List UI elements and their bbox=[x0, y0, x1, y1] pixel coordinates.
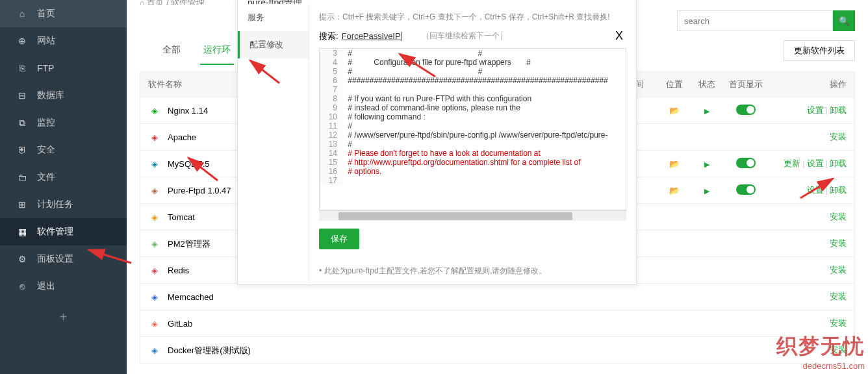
software-icon: ◈ bbox=[148, 184, 161, 197]
software-icon: ◈ bbox=[148, 290, 161, 303]
play-icon[interactable]: ▶ bbox=[704, 187, 709, 195]
sidebar-item-label: FTP bbox=[37, 63, 54, 73]
update-list-button[interactable]: 更新软件列表 bbox=[784, 40, 855, 61]
op-link[interactable]: 更新 bbox=[784, 158, 800, 168]
sidebar-item-label: 文件 bbox=[37, 171, 55, 183]
op-link[interactable]: 安装 bbox=[830, 238, 847, 248]
search-button[interactable]: 🔍 bbox=[833, 10, 855, 31]
op-link[interactable]: 安装 bbox=[830, 318, 847, 328]
op-cell: 安装 bbox=[769, 131, 847, 143]
op-cell: 安装 bbox=[769, 291, 847, 303]
op-cell: 安装 bbox=[769, 211, 847, 223]
calendar-icon: ⊞ bbox=[16, 199, 28, 210]
editor-line: 5 # # bbox=[320, 67, 626, 76]
header-op: 操作 bbox=[769, 79, 847, 90]
home-toggle[interactable] bbox=[736, 105, 756, 115]
modal-tab-config[interactable]: 配置修改 bbox=[238, 31, 309, 58]
sidebar-item-home[interactable]: ⌂首页 bbox=[0, 0, 127, 27]
line-text: # # bbox=[342, 49, 482, 58]
save-button[interactable]: 保存 bbox=[319, 229, 359, 249]
search-label: 搜索: bbox=[319, 31, 338, 42]
line-text: ########################################… bbox=[342, 76, 608, 85]
gear-icon: ⚙ bbox=[16, 253, 28, 265]
sidebar-item-label: 首页 bbox=[37, 8, 55, 19]
sidebar-item-files[interactable]: 🗀文件 bbox=[0, 164, 127, 191]
sidebar-item-label: 退出 bbox=[37, 280, 55, 292]
editor-line: 8 # If you want to run Pure-FTPd with th… bbox=[320, 94, 626, 103]
shortcut-hint: 提示：Ctrl+F 搜索关键字，Ctrl+G 查找下一个，Ctrl+S 保存，C… bbox=[319, 12, 626, 23]
folder-open-icon[interactable]: 📂 bbox=[669, 159, 680, 169]
op-link[interactable]: 卸载 bbox=[830, 105, 847, 115]
monitor-icon: ⧉ bbox=[16, 117, 28, 129]
op-link[interactable]: 安装 bbox=[830, 212, 847, 221]
sidebar-item-security[interactable]: ⛨安全 bbox=[0, 136, 127, 164]
sidebar-item-monitor[interactable]: ⧉监控 bbox=[0, 109, 127, 136]
line-number: 7 bbox=[320, 85, 342, 94]
line-text: # bbox=[342, 121, 352, 131]
sidebar-item-database[interactable]: ⊟数据库 bbox=[0, 82, 127, 109]
play-icon[interactable]: ▶ bbox=[704, 107, 709, 115]
line-text: # Configuration file for pure-ftpd wrapp… bbox=[342, 58, 531, 67]
op-link[interactable]: 安装 bbox=[830, 345, 847, 355]
line-text: # instead of command-line options, pleas… bbox=[342, 103, 520, 112]
sidebar-add-button[interactable]: + bbox=[0, 300, 127, 334]
table-row: ◈Docker管理器(测试版)安装 bbox=[140, 337, 855, 364]
line-text bbox=[342, 176, 346, 185]
op-link[interactable]: 设置 bbox=[807, 158, 824, 168]
tab-runtime[interactable]: 运行环 bbox=[200, 36, 234, 65]
editor-line: 4 # Configuration file for pure-ftpd wra… bbox=[320, 58, 626, 67]
sidebar-item-settings[interactable]: ⚙面板设置 bbox=[0, 245, 127, 273]
sidebar-item-logout[interactable]: ⎋退出 bbox=[0, 273, 127, 300]
sidebar-item-label: 软件管理 bbox=[37, 226, 73, 238]
search-value[interactable]: ForcePassiveIP bbox=[342, 31, 401, 41]
editor-line: 10 # following command : bbox=[320, 112, 626, 121]
search-input[interactable] bbox=[677, 10, 833, 31]
op-cell: 安装 bbox=[769, 238, 847, 249]
line-number: 5 bbox=[320, 67, 342, 76]
line-number: 14 bbox=[320, 149, 342, 158]
op-link[interactable]: 安装 bbox=[830, 132, 847, 142]
tab-all[interactable]: 全部 bbox=[159, 36, 184, 65]
editor-h-scrollbar[interactable] bbox=[319, 210, 626, 221]
breadcrumb-home-icon: ⌂ bbox=[140, 0, 145, 5]
line-number: 10 bbox=[320, 112, 342, 121]
software-name: ◈GitLab bbox=[148, 317, 265, 330]
search-icon: 🔍 bbox=[839, 16, 850, 26]
editor-line: 13 # bbox=[320, 140, 626, 149]
folder-open-icon[interactable]: 📂 bbox=[669, 186, 680, 195]
editor-line: 17 bbox=[320, 176, 626, 185]
op-cell: 设置|卸载 bbox=[769, 184, 847, 196]
op-link[interactable]: 安装 bbox=[830, 292, 847, 301]
op-link[interactable]: 设置 bbox=[807, 185, 824, 195]
line-text bbox=[342, 85, 346, 94]
op-link[interactable]: 设置 bbox=[807, 105, 824, 115]
software-icon: ◈ bbox=[148, 131, 161, 143]
software-name: ◈Docker管理器(测试版) bbox=[148, 343, 265, 356]
folder-open-icon[interactable]: 📂 bbox=[669, 106, 680, 116]
home-toggle[interactable] bbox=[736, 158, 756, 168]
search-continue-hint: （回车继续检索下一个） bbox=[422, 31, 507, 42]
config-editor[interactable]: 3 # #4 # Configuration file for pure-ftp… bbox=[319, 48, 626, 210]
sidebar-item-website[interactable]: ⊕网站 bbox=[0, 27, 127, 55]
software-name: ◈Memcached bbox=[148, 290, 265, 303]
modal-content: 提示：Ctrl+F 搜索关键字，Ctrl+G 查找下一个，Ctrl+S 保存，C… bbox=[309, 4, 636, 284]
breadcrumb-home[interactable]: 首页 bbox=[147, 0, 164, 5]
op-link[interactable]: 卸载 bbox=[830, 185, 847, 195]
close-search-button[interactable]: X bbox=[612, 29, 626, 43]
play-icon[interactable]: ▶ bbox=[704, 160, 709, 168]
header-pos: 位置 bbox=[658, 79, 691, 90]
database-icon: ⊟ bbox=[16, 90, 28, 101]
line-number: 9 bbox=[320, 103, 342, 112]
op-link[interactable]: 安装 bbox=[830, 265, 847, 275]
sidebar-item-software[interactable]: ▦软件管理 bbox=[0, 218, 127, 245]
op-link[interactable]: 卸载 bbox=[830, 158, 847, 168]
sidebar-item-cron[interactable]: ⊞计划任务 bbox=[0, 191, 127, 218]
modal-tab-service[interactable]: 服务 bbox=[238, 4, 309, 31]
sidebar-item-label: 计划任务 bbox=[37, 199, 73, 210]
sidebar-item-ftp[interactable]: ⎘FTP bbox=[0, 55, 127, 82]
home-icon: ⌂ bbox=[16, 8, 28, 19]
line-text: # bbox=[342, 140, 352, 149]
line-text: # /www/server/pure-ftpd/sbin/pure-config… bbox=[342, 131, 608, 140]
table-row: ◈Memcached安装 bbox=[140, 284, 855, 310]
home-toggle[interactable] bbox=[736, 184, 756, 195]
